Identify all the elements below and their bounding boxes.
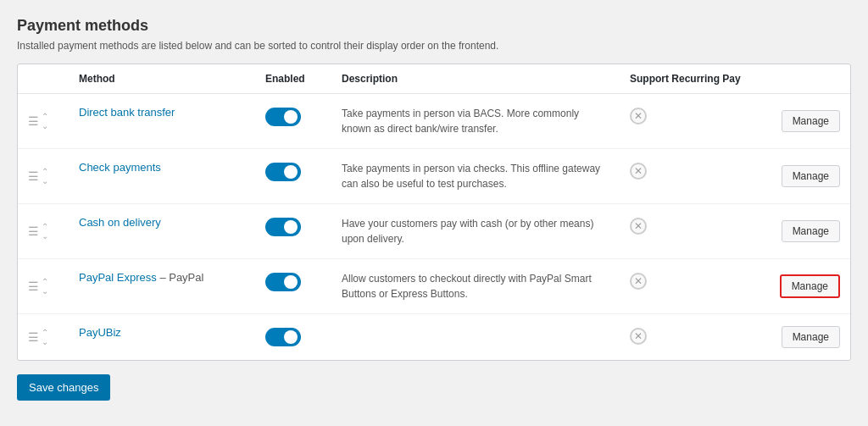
sort-up-icon[interactable]: ⌃ xyxy=(42,277,48,286)
sort-arrows: ⌃ ⌄ xyxy=(42,222,48,241)
toggle-slider xyxy=(265,163,301,181)
description-cell: Allow customers to checkout directly wit… xyxy=(331,259,620,314)
save-changes-button[interactable]: Save changes xyxy=(17,374,110,401)
toggle-switch[interactable] xyxy=(265,163,301,181)
method-suffix: – PayPal xyxy=(157,271,204,284)
description-text: Take payments in person via BACS. More c… xyxy=(342,106,609,136)
description-cell: Take payments in person via BACS. More c… xyxy=(331,94,620,149)
drag-cell: ☰ ⌃ ⌄ xyxy=(18,149,69,204)
table-header-row: Method Enabled Description Support Recur… xyxy=(18,64,850,94)
table-row: ☰ ⌃ ⌄ Direct bank transfer Take payments… xyxy=(18,94,850,149)
table-row: ☰ ⌃ ⌄ PayUBiz ✕ Manage xyxy=(18,314,850,361)
manage-button[interactable]: Manage xyxy=(782,110,840,132)
col-header-drag xyxy=(18,64,69,94)
actions-cell: Manage xyxy=(755,149,850,204)
toggle-switch[interactable] xyxy=(265,328,301,346)
actions-cell: Manage xyxy=(755,314,850,361)
drag-handle-icon[interactable]: ☰ xyxy=(28,330,39,344)
manage-button[interactable]: Manage xyxy=(780,274,840,298)
col-header-recurring: Support Recurring Pay xyxy=(620,64,755,94)
actions-cell: Manage xyxy=(755,94,850,149)
actions-cell: Manage xyxy=(755,259,850,314)
recurring-cell: ✕ xyxy=(620,259,755,314)
sort-down-icon[interactable]: ⌄ xyxy=(42,121,48,130)
method-cell: Cash on delivery xyxy=(69,204,255,259)
sort-down-icon[interactable]: ⌄ xyxy=(42,231,48,241)
manage-button[interactable]: Manage xyxy=(782,220,840,242)
manage-button[interactable]: Manage xyxy=(782,326,840,348)
description-text: Take payments in person via checks. This… xyxy=(342,161,609,191)
sort-up-icon[interactable]: ⌃ xyxy=(42,112,48,121)
toggle-slider xyxy=(265,218,301,236)
drag-cell: ☰ ⌃ ⌄ xyxy=(18,204,69,259)
sort-arrows: ⌃ ⌄ xyxy=(42,277,48,296)
method-link[interactable]: PayPal Express xyxy=(79,271,157,284)
method-cell: Direct bank transfer xyxy=(69,94,255,149)
table-row: ☰ ⌃ ⌄ Cash on delivery Have your custome… xyxy=(18,204,850,259)
no-recurring-icon: ✕ xyxy=(630,163,647,180)
toggle-slider xyxy=(265,273,301,291)
sort-down-icon[interactable]: ⌄ xyxy=(42,286,48,296)
sort-arrows: ⌃ ⌄ xyxy=(42,167,48,185)
sort-up-icon[interactable]: ⌃ xyxy=(42,222,48,231)
sort-arrows: ⌃ ⌄ xyxy=(42,328,48,346)
table-row: ☰ ⌃ ⌄ PayPal Express – PayPal Allow cust… xyxy=(18,259,850,314)
toggle-switch[interactable] xyxy=(265,218,301,236)
description-cell xyxy=(331,314,620,361)
drag-cell: ☰ ⌃ ⌄ xyxy=(18,314,69,361)
sort-up-icon[interactable]: ⌃ xyxy=(42,328,48,337)
description-cell: Take payments in person via checks. This… xyxy=(331,149,620,204)
drag-handle-icon[interactable]: ☰ xyxy=(28,224,39,238)
toggle-slider xyxy=(265,328,301,346)
page-subtitle: Installed payment methods are listed bel… xyxy=(17,40,851,52)
no-recurring-icon: ✕ xyxy=(630,273,647,290)
method-link[interactable]: Check payments xyxy=(79,161,161,174)
table-row: ☰ ⌃ ⌄ Check payments Take payments in pe… xyxy=(18,149,850,204)
drag-cell: ☰ ⌃ ⌄ xyxy=(18,259,69,314)
no-recurring-icon: ✕ xyxy=(630,328,647,345)
drag-cell: ☰ ⌃ ⌄ xyxy=(18,94,69,149)
enabled-cell xyxy=(255,149,331,204)
method-link[interactable]: Cash on delivery xyxy=(79,216,161,229)
sort-down-icon[interactable]: ⌄ xyxy=(42,337,48,346)
sort-arrows: ⌃ ⌄ xyxy=(42,112,48,130)
payment-methods-table-container: Method Enabled Description Support Recur… xyxy=(17,64,851,361)
no-recurring-icon: ✕ xyxy=(630,218,647,235)
enabled-cell xyxy=(255,259,331,314)
enabled-cell xyxy=(255,314,331,361)
col-header-method: Method xyxy=(69,64,255,94)
method-cell: PayPal Express – PayPal xyxy=(69,259,255,314)
sort-down-icon[interactable]: ⌄ xyxy=(42,176,48,185)
page-title: Payment methods xyxy=(17,17,851,35)
recurring-cell: ✕ xyxy=(620,314,755,361)
method-link[interactable]: Direct bank transfer xyxy=(79,106,175,119)
col-header-description: Description xyxy=(331,64,620,94)
table-body: ☰ ⌃ ⌄ Direct bank transfer Take payments… xyxy=(18,94,850,361)
col-header-enabled: Enabled xyxy=(255,64,331,94)
drag-handle-icon[interactable]: ☰ xyxy=(28,279,39,293)
toggle-slider xyxy=(265,108,301,126)
no-recurring-icon: ✕ xyxy=(630,108,647,124)
method-link[interactable]: PayUBiz xyxy=(79,326,121,339)
recurring-cell: ✕ xyxy=(620,149,755,204)
recurring-cell: ✕ xyxy=(620,94,755,149)
sort-up-icon[interactable]: ⌃ xyxy=(42,167,48,176)
toggle-switch[interactable] xyxy=(265,108,301,126)
description-text: Have your customers pay with cash (or by… xyxy=(342,216,609,246)
drag-handle-icon[interactable]: ☰ xyxy=(28,169,39,183)
col-header-actions xyxy=(755,64,850,94)
manage-button[interactable]: Manage xyxy=(782,165,840,187)
recurring-cell: ✕ xyxy=(620,204,755,259)
method-cell: PayUBiz xyxy=(69,314,255,361)
enabled-cell xyxy=(255,204,331,259)
method-cell: Check payments xyxy=(69,149,255,204)
drag-handle-icon[interactable]: ☰ xyxy=(28,114,39,128)
toggle-switch[interactable] xyxy=(265,273,301,291)
payment-methods-table: Method Enabled Description Support Recur… xyxy=(18,64,850,360)
enabled-cell xyxy=(255,94,331,149)
description-text: Allow customers to checkout directly wit… xyxy=(342,271,609,302)
description-cell: Have your customers pay with cash (or by… xyxy=(331,204,620,259)
actions-cell: Manage xyxy=(755,204,850,259)
